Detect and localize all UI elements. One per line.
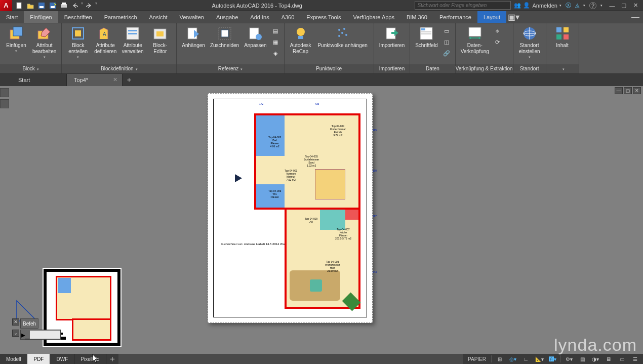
- drawing-area[interactable]: — ▢ ✕ Gezeichnet von: Andreas Habelt 14.…: [0, 86, 643, 354]
- command-input[interactable]: [30, 331, 60, 339]
- update-link-icon[interactable]: ⟳: [493, 37, 502, 47]
- attr-define-button[interactable]: AAttribute definieren: [92, 24, 118, 56]
- vp-maximize-button[interactable]: ▢: [624, 87, 632, 94]
- tab-parametrisch[interactable]: Parametrisch: [98, 11, 143, 23]
- status-hw-icon[interactable]: 🖥: [604, 355, 614, 363]
- layout-tab-dwf[interactable]: DWF: [50, 354, 74, 364]
- tab-beschriften[interactable]: Beschriften: [58, 11, 98, 23]
- tab-einfuegen[interactable]: Einfügen: [24, 11, 58, 23]
- block-editor-button[interactable]: Block- Editor: [147, 24, 173, 56]
- adjust-button[interactable]: Anpassen: [242, 24, 268, 50]
- block-create-button[interactable]: Block erstellen▾: [65, 24, 91, 60]
- undo-icon[interactable]: [70, 1, 80, 10]
- tab-ausgabe[interactable]: Ausgabe: [210, 11, 244, 23]
- layout-tab-add[interactable]: ＋: [106, 354, 118, 364]
- save-icon[interactable]: [36, 1, 47, 10]
- command-line[interactable]: ✕ Befeh ⌄ ▸_: [12, 318, 61, 339]
- svg-rect-11: [75, 30, 81, 36]
- plot-icon[interactable]: [59, 1, 69, 10]
- restore-button[interactable]: ▢: [618, 1, 629, 10]
- recap-button[interactable]: Autodesk ReCap: [288, 24, 314, 56]
- tab-ansicht[interactable]: Ansicht: [143, 11, 174, 23]
- help-icon[interactable]: ?: [589, 2, 596, 9]
- help-search[interactable]: [415, 1, 511, 10]
- attr-manage-button[interactable]: Attribute verwalten: [119, 24, 146, 56]
- edit-attribute-button[interactable]: Attribut bearbeiten▾: [30, 24, 58, 60]
- titleblock-button[interactable]: Schriftfeld: [413, 24, 439, 50]
- file-tab-start[interactable]: Start: [11, 74, 67, 86]
- status-custom-icon[interactable]: ☰: [630, 355, 640, 363]
- datalink-button[interactable]: Daten- Verknüpfung: [459, 24, 491, 56]
- app-logo[interactable]: A: [0, 0, 12, 11]
- layout-tab-pdf[interactable]: PDF: [27, 354, 50, 364]
- tab-bim360[interactable]: BIM 360: [400, 11, 433, 23]
- exchange-icon[interactable]: Ⓧ: [566, 2, 571, 9]
- svg-rect-5: [61, 4, 67, 8]
- ole-icon[interactable]: ◫: [442, 37, 451, 47]
- status-ortho-icon[interactable]: ∟: [521, 355, 531, 363]
- panel-title-referenz[interactable]: Referenz: [177, 64, 284, 73]
- tab-verwalten[interactable]: Verwalten: [174, 11, 210, 23]
- layout-tab-pixelbild[interactable]: Pixelbild: [74, 354, 106, 364]
- svg-rect-42: [564, 34, 569, 39]
- status-clean-icon[interactable]: ▭: [617, 355, 627, 363]
- tab-layout[interactable]: Layout: [477, 11, 506, 23]
- open-icon[interactable]: [25, 1, 35, 10]
- import-button[interactable]: Importieren: [377, 24, 407, 50]
- saveas-icon[interactable]: [48, 1, 58, 10]
- close-button[interactable]: ✕: [630, 1, 641, 10]
- tab-start[interactable]: Start: [0, 11, 24, 23]
- tab-express[interactable]: Express Tools: [300, 11, 347, 23]
- panel-title-inhalt[interactable]: [546, 64, 579, 73]
- svg-rect-34: [469, 27, 481, 36]
- tab-performance[interactable]: Performance: [433, 11, 477, 23]
- clip-button[interactable]: Zuschneiden: [208, 24, 241, 50]
- tab-apps[interactable]: Verfügbare Apps: [347, 11, 400, 23]
- status-snap-icon[interactable]: ◎▾: [508, 355, 518, 363]
- help-search-input[interactable]: [415, 1, 511, 10]
- a360-icon[interactable]: ◬: [575, 2, 579, 9]
- viewport-controls: — ▢ ✕: [615, 87, 641, 94]
- insert-block-button[interactable]: Einfügen▾: [3, 24, 29, 54]
- snap-underlay-icon[interactable]: ◈: [271, 49, 280, 58]
- field-icon[interactable]: ▭: [442, 26, 451, 35]
- redo-icon[interactable]: [84, 1, 94, 10]
- panel-title-blockdef[interactable]: Blockdefinition: [62, 64, 176, 73]
- content-button[interactable]: Inhalt: [549, 24, 576, 50]
- layout-tab-modell[interactable]: Modell: [0, 354, 27, 364]
- pointcloud-attach-button[interactable]: Punktwolke anhängen: [315, 24, 371, 50]
- xref-frames-icon[interactable]: ▦: [271, 37, 280, 47]
- status-isolate-icon[interactable]: ◑▾: [590, 355, 600, 363]
- status-anno-icon[interactable]: 🅰▾: [547, 355, 557, 363]
- title-right-controls: 👥 👤 Anmelden ▾ Ⓧ ◬ ▾ ? ▾ — ▢ ✕: [514, 1, 643, 10]
- cmd-close-icon[interactable]: ✕: [12, 318, 19, 326]
- tool-icon[interactable]: [0, 88, 9, 97]
- paper-layout[interactable]: Gezeichnet von: Andreas Habelt 14.5.2014…: [208, 93, 373, 323]
- tab-addins[interactable]: Add-ins: [244, 11, 275, 23]
- close-icon[interactable]: ✕: [113, 76, 119, 83]
- new-icon[interactable]: [14, 1, 24, 10]
- file-tab-top4[interactable]: Top4*✕: [67, 74, 123, 86]
- status-gear-icon[interactable]: ⚙▾: [564, 355, 574, 363]
- location-button[interactable]: Standort einstellen▾: [516, 24, 543, 60]
- status-layout-icon[interactable]: ▤: [577, 355, 587, 363]
- svg-point-24: [338, 29, 340, 31]
- cmd-customize-icon[interactable]: ⌄: [12, 330, 19, 337]
- extract-data-icon[interactable]: ⎆: [493, 26, 502, 35]
- space-label[interactable]: PAPIER: [466, 356, 488, 362]
- minimize-button[interactable]: —: [607, 1, 618, 10]
- underlay-layers-icon[interactable]: ▤: [271, 26, 280, 35]
- vp-minimize-button[interactable]: —: [615, 87, 623, 94]
- hyperlink-icon[interactable]: 🔗: [442, 49, 451, 58]
- file-tab-add[interactable]: ＋: [123, 74, 136, 86]
- status-grid-icon[interactable]: ⊞: [495, 355, 505, 363]
- tab-a360[interactable]: A360: [275, 11, 301, 23]
- infocenter-signin[interactable]: 👥 👤 Anmelden ▾: [514, 2, 561, 9]
- ribbon-min-icon[interactable]: —: [628, 11, 643, 23]
- panel-title-block[interactable]: Block: [0, 64, 61, 73]
- vp-close-button[interactable]: ✕: [633, 87, 641, 94]
- attach-button[interactable]: Anhängen: [180, 24, 207, 50]
- status-scale-icon[interactable]: 📐▾: [534, 355, 544, 363]
- tool-icon[interactable]: [0, 99, 9, 108]
- ribbon-options-icon[interactable]: ▣▾: [506, 11, 521, 23]
